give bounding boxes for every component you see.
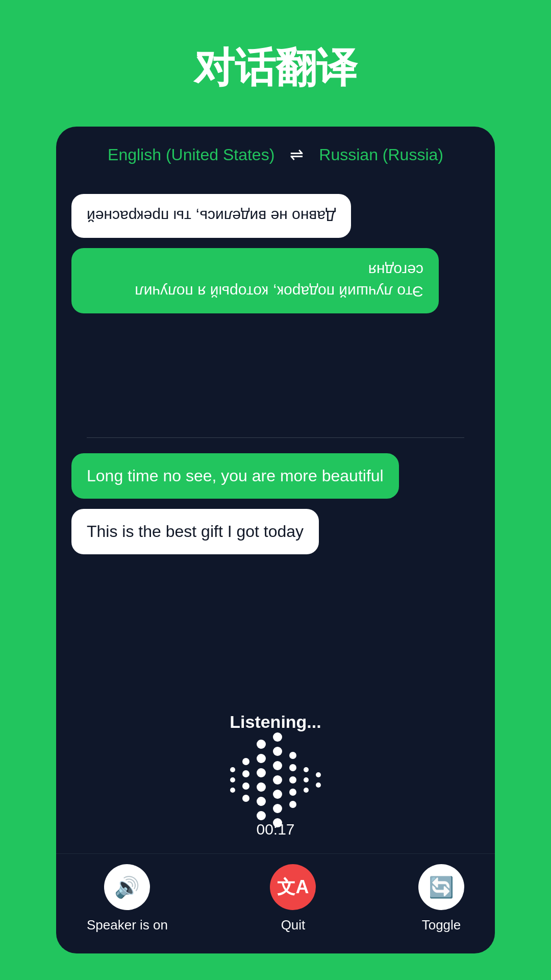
dot bbox=[257, 754, 266, 763]
dot bbox=[230, 777, 235, 782]
listening-section: Listening... bbox=[56, 702, 495, 853]
quit-circle[interactable]: 文A bbox=[270, 864, 316, 910]
dot bbox=[257, 811, 266, 820]
normal-bubble-green: Long time no see, you are more beautiful bbox=[71, 453, 399, 499]
right-language[interactable]: Russian (Russia) bbox=[319, 145, 443, 164]
wave-col-3 bbox=[257, 740, 266, 820]
dot bbox=[257, 740, 266, 749]
quit-label: Quit bbox=[281, 917, 306, 933]
dot bbox=[289, 752, 296, 759]
toggle-button[interactable]: 🔄 Toggle bbox=[418, 864, 464, 933]
dot bbox=[304, 788, 309, 793]
flipped-bubble-green: Это лучший подарок, который я получил се… bbox=[71, 248, 439, 313]
listening-label: Listening... bbox=[230, 712, 321, 732]
dot bbox=[289, 764, 296, 771]
normal-section: Long time no see, you are more beautiful… bbox=[71, 438, 480, 702]
speaker-label: Speaker is on bbox=[87, 917, 168, 933]
dot bbox=[257, 797, 266, 806]
app-title: 对话翻译 bbox=[194, 41, 357, 96]
dot bbox=[289, 789, 296, 796]
dot bbox=[289, 801, 296, 808]
dot bbox=[273, 761, 282, 770]
waveform bbox=[230, 744, 321, 816]
quit-button[interactable]: 文A Quit bbox=[270, 864, 316, 933]
dot bbox=[273, 804, 282, 813]
dot bbox=[273, 775, 282, 785]
dot bbox=[242, 758, 249, 765]
wave-col-7 bbox=[316, 772, 321, 788]
language-bar: English (United States) ⇌ Russian (Russi… bbox=[56, 127, 495, 179]
speaker-icon: 🔊 bbox=[114, 875, 140, 899]
wave-col-4 bbox=[273, 732, 282, 827]
speaker-circle[interactable]: 🔊 bbox=[104, 864, 150, 910]
toggle-circle[interactable]: 🔄 bbox=[418, 864, 464, 910]
wave-col-2 bbox=[242, 758, 249, 802]
dot bbox=[316, 772, 321, 777]
wave-col-5 bbox=[289, 752, 296, 808]
main-card: English (United States) ⇌ Russian (Russi… bbox=[56, 127, 495, 953]
conversation-area: Это лучший подарок, который я получил се… bbox=[56, 179, 495, 702]
dot bbox=[273, 732, 282, 742]
toggle-icon: 🔄 bbox=[429, 875, 454, 899]
timer-display: 00:17 bbox=[256, 821, 294, 838]
dot bbox=[230, 767, 235, 772]
dot bbox=[257, 782, 266, 792]
dot bbox=[230, 788, 235, 793]
dot bbox=[257, 768, 266, 777]
dot bbox=[242, 795, 249, 802]
dot bbox=[273, 747, 282, 756]
flipped-section: Это лучший подарок, который я получил се… bbox=[71, 184, 480, 437]
left-language[interactable]: English (United States) bbox=[108, 145, 274, 164]
swap-icon[interactable]: ⇌ bbox=[290, 145, 304, 164]
normal-bubble-white: This is the best gift I got today bbox=[71, 509, 319, 554]
flipped-bubble-white: Давно не виделись, ты прекрасней bbox=[71, 194, 351, 238]
dot bbox=[242, 782, 249, 790]
dot bbox=[289, 776, 296, 783]
dot bbox=[242, 770, 249, 777]
translate-icon: 文A bbox=[277, 875, 309, 900]
speaker-button[interactable]: 🔊 Speaker is on bbox=[87, 864, 168, 933]
dot bbox=[316, 782, 321, 788]
dot bbox=[304, 777, 309, 782]
dot bbox=[273, 790, 282, 799]
bottom-bar: 🔊 Speaker is on 文A Quit 🔄 Toggle bbox=[56, 853, 495, 953]
toggle-label: Toggle bbox=[422, 917, 461, 933]
wave-col-6 bbox=[304, 767, 309, 793]
dot bbox=[304, 767, 309, 772]
wave-col-1 bbox=[230, 767, 235, 793]
